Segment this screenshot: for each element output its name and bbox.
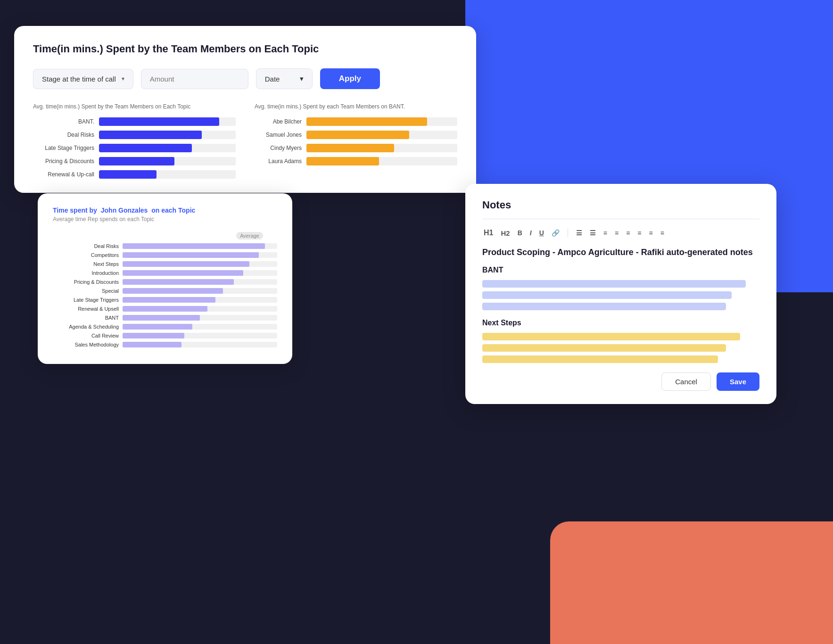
toolbar-h1[interactable]: H1 — [482, 228, 495, 238]
next-steps-line-2 — [482, 344, 726, 352]
toolbar-h2[interactable]: H2 — [499, 228, 511, 238]
toolbar-align-right[interactable]: ≡ — [625, 228, 631, 238]
title-prefix: Time spent by — [53, 206, 97, 214]
apply-button[interactable]: Apply — [320, 68, 380, 89]
bant-heading: BANT — [482, 266, 759, 274]
small-bar-fill — [123, 333, 184, 339]
date-chevron-icon: ▾ — [300, 74, 304, 83]
small-bar-label: Special — [53, 288, 119, 294]
bant-lines — [482, 280, 759, 310]
toolbar-align-left[interactable]: ≡ — [602, 228, 609, 238]
notes-toolbar: H1 H2 B I U 🔗 ☰ ☰ ≡ ≡ ≡ ≡ ≡ ≡ — [482, 228, 759, 238]
amount-input[interactable] — [141, 69, 248, 89]
small-bar-track — [123, 270, 277, 276]
bant-line-3 — [482, 303, 726, 310]
toolbar-link[interactable]: 🔗 — [550, 228, 561, 238]
bar-track — [99, 170, 236, 179]
bar-label: Renewal & Up-call — [33, 171, 94, 178]
small-bar-fill — [123, 243, 265, 249]
stage-chevron-icon: ▾ — [122, 75, 124, 82]
bar-row: Cindy Myers — [255, 144, 457, 152]
bar-row: Samuel Jones — [255, 131, 457, 139]
bar-row: Late Stage Triggers — [33, 144, 236, 152]
small-bar-track — [123, 306, 277, 312]
cancel-button[interactable]: Cancel — [661, 372, 711, 391]
small-bar-row: Renewal & Upsell — [53, 306, 277, 312]
save-button[interactable]: Save — [717, 372, 759, 391]
small-bar-row: Agenda & Scheduling — [53, 324, 277, 330]
toolbar-indent2[interactable]: ≡ — [659, 228, 666, 238]
toolbar-list2[interactable]: ☰ — [588, 228, 597, 238]
bar-track — [306, 144, 457, 152]
avg-marker-row: Average — [53, 232, 277, 239]
toolbar-bold[interactable]: B — [516, 228, 524, 238]
small-bar-row: Next Steps — [53, 261, 277, 267]
small-bar-label: Deal Risks — [53, 243, 119, 249]
bar-track — [99, 144, 236, 152]
main-card-title: Time(in mins.) Spent by the Team Members… — [33, 43, 457, 55]
date-label: Date — [265, 75, 280, 83]
bar-label: Late Stage Triggers — [33, 145, 94, 151]
small-bar-fill — [123, 315, 200, 321]
small-bar-track — [123, 279, 277, 285]
toolbar-underline[interactable]: U — [538, 228, 545, 238]
small-bar-row: Pricing & Discounts — [53, 279, 277, 285]
title-suffix: on each Topic — [151, 206, 195, 214]
bar-fill — [99, 170, 157, 179]
toolbar-italic[interactable]: I — [528, 228, 533, 238]
small-bar-row: Late Stage Triggers — [53, 297, 277, 303]
left-chart-subtitle: Avg. time(in mins.) Spent by the Team Me… — [33, 103, 236, 110]
person-name: John Gonzales — [101, 206, 148, 214]
small-bar-row: Sales Methodology — [53, 342, 277, 347]
avg-label: Average — [236, 232, 263, 239]
left-chart: Avg. time(in mins.) Spent by the Team Me… — [33, 103, 236, 179]
small-bar-label: Sales Methodology — [53, 342, 119, 347]
stage-dropdown-label: Stage at the time of call — [42, 75, 116, 83]
small-bar-fill — [123, 279, 234, 285]
small-bar-label: Introduction — [53, 270, 119, 276]
toolbar-align-justify[interactable]: ≡ — [636, 228, 643, 238]
bant-line-2 — [482, 291, 732, 299]
notes-modal-title: Notes — [482, 199, 759, 211]
toolbar-align-center[interactable]: ≡ — [613, 228, 620, 238]
stage-dropdown[interactable]: Stage at the time of call ▾ — [33, 69, 133, 89]
bar-track — [99, 117, 236, 126]
small-bar-fill — [123, 342, 181, 347]
bar-label: Cindy Myers — [255, 145, 302, 151]
next-steps-line-1 — [482, 333, 740, 340]
bar-label: Pricing & Discounts — [33, 158, 94, 165]
bar-label: Samuel Jones — [255, 132, 302, 138]
bar-label: Abe Bilcher — [255, 118, 302, 125]
toolbar-indent1[interactable]: ≡ — [647, 228, 654, 238]
date-dropdown[interactable]: Date ▾ — [256, 68, 313, 89]
small-bar-label: BANT — [53, 315, 119, 321]
second-chart-card: Time spent by John Gonzales on each Topi… — [38, 193, 292, 364]
bar-row: Pricing & Discounts — [33, 157, 236, 165]
small-bar-fill — [123, 324, 192, 330]
bar-fill — [306, 131, 409, 139]
right-chart: Avg. time(in mins.) Spent by each Team M… — [255, 103, 457, 179]
small-bar-track — [123, 324, 277, 330]
small-bar-label: Competitors — [53, 252, 119, 258]
toolbar-list1[interactable]: ☰ — [575, 228, 584, 238]
notes-action-buttons: Cancel Save — [482, 372, 759, 391]
bar-fill — [99, 157, 174, 165]
bar-track — [306, 157, 457, 165]
small-bar-track — [123, 261, 277, 267]
small-bar-label: Renewal & Upsell — [53, 306, 119, 312]
bar-label: Laura Adams — [255, 158, 302, 165]
bar-fill — [99, 144, 192, 152]
small-bar-label: Next Steps — [53, 261, 119, 267]
small-bar-fill — [123, 261, 249, 267]
filter-row: Stage at the time of call ▾ Date ▾ Apply — [33, 68, 457, 89]
bar-fill — [306, 144, 394, 152]
bar-fill — [306, 157, 379, 165]
bar-fill — [306, 117, 427, 126]
second-card-subtitle: Average time Rep spends on each Topic — [53, 216, 277, 223]
next-steps-line-3 — [482, 355, 718, 363]
next-steps-lines — [482, 333, 759, 363]
next-steps-heading: Next Steps — [482, 319, 759, 327]
small-bar-label: Agenda & Scheduling — [53, 324, 119, 330]
bant-line-1 — [482, 280, 746, 288]
salmon-background — [550, 521, 833, 644]
